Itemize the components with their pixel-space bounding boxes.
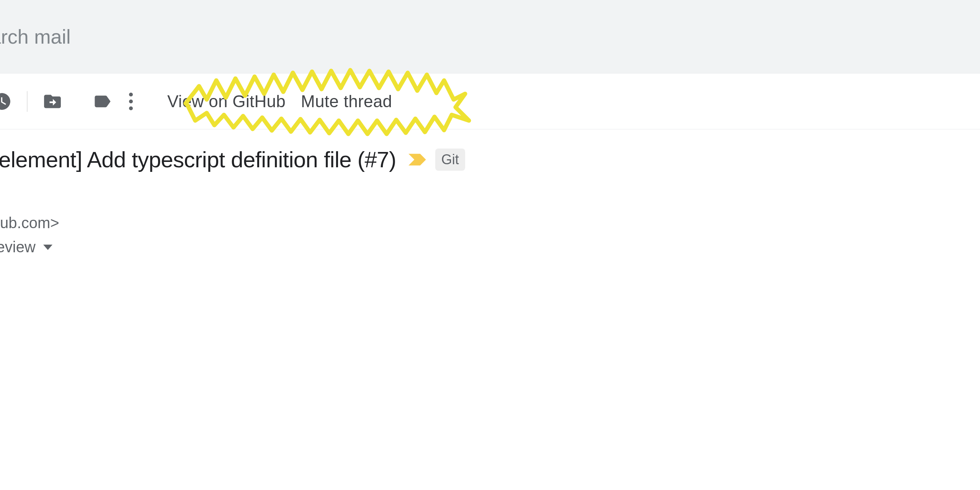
recipient-text: ne, Review: [0, 238, 36, 256]
search-bar: [0, 0, 980, 74]
clock-icon: [0, 91, 12, 111]
email-subject: der-element] Add typescript definition f…: [0, 147, 396, 172]
dot-icon: [129, 100, 133, 103]
sender-info: @github.com> ne, Review: [0, 214, 980, 256]
dot-icon: [129, 93, 133, 96]
recipient-row[interactable]: ne, Review: [0, 238, 980, 256]
folder-arrow-icon: [42, 91, 62, 111]
search-input[interactable]: [0, 25, 272, 48]
tag-icon: [92, 91, 112, 111]
toolbar: View on GitHub Mute thread: [0, 74, 980, 129]
view-on-github-button[interactable]: View on GitHub: [167, 92, 286, 111]
label-chip[interactable]: Git: [435, 149, 465, 171]
mute-thread-button[interactable]: Mute thread: [301, 92, 392, 111]
move-to-button[interactable]: [39, 88, 66, 115]
snooze-button[interactable]: [0, 88, 15, 115]
toolbar-actions: View on GitHub Mute thread: [167, 92, 392, 111]
toolbar-divider: [27, 91, 28, 112]
importance-marker[interactable]: [408, 152, 428, 167]
dot-icon: [129, 106, 133, 110]
subject-row: der-element] Add typescript definition f…: [0, 129, 980, 184]
more-button[interactable]: [129, 93, 133, 110]
sender-email: @github.com>: [0, 214, 980, 232]
toolbar-icons: [0, 88, 133, 115]
chevron-down-icon: [43, 245, 52, 250]
labels-button[interactable]: [89, 88, 116, 115]
importance-icon: [408, 152, 428, 167]
